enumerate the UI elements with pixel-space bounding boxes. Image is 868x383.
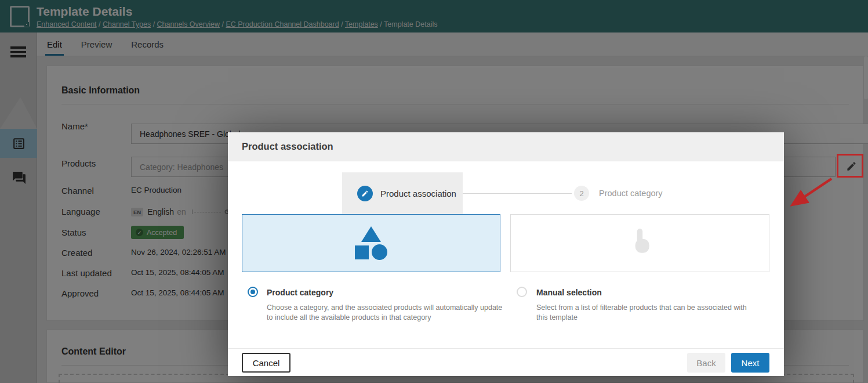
- annotation-arrow: [783, 174, 841, 215]
- stepper-step-2[interactable]: 2 Product category: [574, 186, 663, 201]
- product-category-option-description: Choose a category, and the associated pr…: [267, 303, 504, 322]
- product-category-card[interactable]: [242, 214, 500, 272]
- modal-footer: Cancel Back Next: [228, 348, 784, 376]
- product-association-modal: Product association Product association …: [228, 132, 784, 376]
- app-window: Template Details Enhanced ContentChannel…: [0, 0, 868, 383]
- stepper-connector: [463, 193, 572, 194]
- cancel-button[interactable]: Cancel: [242, 353, 290, 373]
- back-button[interactable]: Back: [687, 353, 725, 373]
- category-shapes-icon: [355, 226, 387, 260]
- product-category-radio[interactable]: [248, 287, 258, 297]
- manual-selection-radio[interactable]: [517, 287, 527, 297]
- pencil-step-icon: [357, 186, 373, 201]
- hand-pointer-icon: [627, 229, 653, 258]
- next-button[interactable]: Next: [731, 353, 769, 373]
- manual-selection-card[interactable]: [510, 214, 769, 272]
- manual-selection-option-description: Select from a list of filterable product…: [536, 303, 754, 322]
- step-2-label: Product category: [599, 189, 663, 198]
- step-2-number: 2: [574, 186, 589, 201]
- manual-selection-option-label: Manual selection: [536, 288, 602, 297]
- product-category-option-label: Product category: [267, 288, 333, 297]
- stepper-step-1[interactable]: Product association: [342, 172, 463, 215]
- step-1-label: Product association: [380, 189, 456, 198]
- modal-title: Product association: [228, 132, 784, 161]
